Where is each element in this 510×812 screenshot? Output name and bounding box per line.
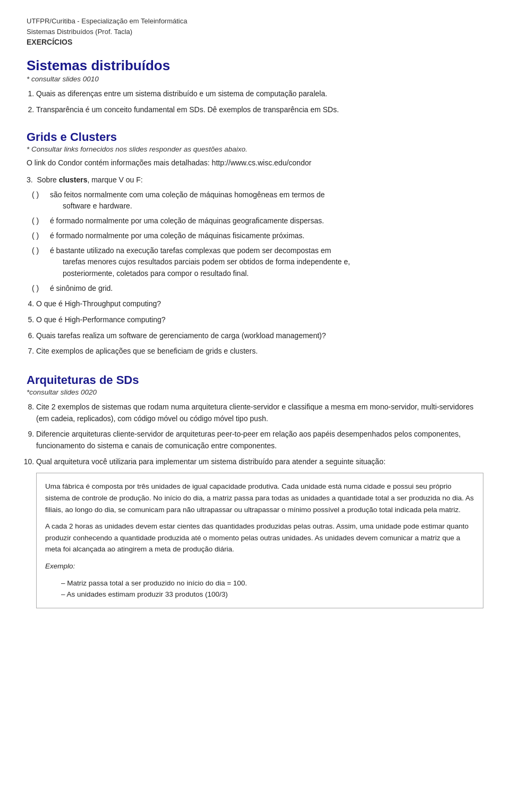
cluster-item-1: ( ) é formado normalmente por uma coleçã… [27,215,483,227]
question-7-text: Cite exemplos de aplicações que se benef… [36,347,258,355]
question-1-text: Quais as diferenças entre um sistema dis… [36,89,327,98]
question-6: Quais tarefas realiza um software de ger… [36,330,483,342]
header-line3: EXERCÍCIOS [27,37,483,48]
cluster-item-2: ( ) é formado normalmente por uma coleçã… [27,230,483,242]
scenario-para2: A cada 2 horas as unidades devem estar c… [45,521,474,555]
question-9: Diferencie arquiteturas cliente-servidor… [36,429,483,451]
section1-questions: Quais as diferenças entre um sistema dis… [36,88,483,115]
section2-title: Grids e Clusters [27,130,483,144]
header: UTFPR/Curitiba - Especialização em Telei… [27,16,483,48]
question-2: Transparência é um conceito fundamental … [36,104,483,116]
paren-1: ( ) [32,215,48,227]
condor-info: O link do Condor contém informações mais… [27,157,483,169]
section3-title: Arquiteturas de SDs [27,373,483,387]
question-4: O que é High-Throughput computing? [36,298,483,310]
condor-text: O link do Condor contém informações mais… [27,158,311,167]
scenario-bullet-0: Matriz passa total a ser produzido no in… [61,577,474,589]
cluster-item-0-text: são feitos normalmente com uma coleção d… [50,190,325,199]
paren-3: ( ) [32,245,48,257]
scenario-bullets: Matriz passa total a ser produzido no in… [61,577,474,600]
section1-note: * consultar slides 0010 [27,75,483,83]
header-line1: UTFPR/Curitiba - Especialização em Telei… [27,16,483,27]
q3-label: Sobre [37,175,58,184]
cluster-item-3-cont2: posteriormente, coletados para compor o … [63,268,483,280]
question-3-block: 3. Sobre clusters, marque V ou F: ( ) sã… [27,174,483,294]
section3-note: *consultar slides 0020 [27,388,483,396]
q3-bold: clusters [59,175,88,184]
section2-note: * Consultar links fornecidos nos slides … [27,145,483,153]
q3-rest: , marque V ou F: [87,175,142,184]
cluster-item-4-text: é sinônimo de grid. [50,284,113,292]
scenario-para1: Uma fábrica é composta por três unidades… [45,481,474,515]
cluster-item-1-text: é formado normalmente por uma coleção de… [50,216,324,225]
paren-4: ( ) [32,283,48,295]
question-8: Cite 2 exemplos de sistemas que rodam nu… [36,401,483,424]
scenario-bullet-1: As unidades estimam produzir 33 produtos… [61,589,474,600]
cluster-item-3-cont: tarefas menores cujos resultados parciai… [63,256,483,268]
example-label-text: Exemplo: [45,562,75,570]
question-8-text: Cite 2 exemplos de sistemas que rodam nu… [36,403,473,423]
cluster-item-0-cont: software e hardware. [63,200,483,212]
question-10: Qual arquitetura você utilizaria para im… [36,456,483,608]
question-5-text: O que é High-Performance computing? [36,315,166,324]
question-5: O que é High-Performance computing? [36,314,483,326]
section1-title: Sistemas distribuídos [27,57,483,74]
paren-0: ( ) [32,189,48,201]
cluster-items: ( ) são feitos normalmente com uma coleç… [27,189,483,295]
scenario-example-label: Exemplo: [45,560,474,572]
paren-2: ( ) [32,230,48,242]
question-2-text: Transparência é um conceito fundamental … [36,105,339,114]
cluster-item-3: ( ) é bastante utilizado na execução tar… [27,245,483,280]
question-9-text: Diferencie arquiteturas cliente-servidor… [36,430,461,450]
scenario-box: Uma fábrica é composta por três unidades… [36,473,483,608]
cluster-item-4: ( ) é sinônimo de grid. [27,283,483,295]
cluster-item-0: ( ) são feitos normalmente com uma coleç… [27,189,483,212]
q3-num: 3. [27,175,33,184]
question-10-text: Qual arquitetura você utilizaria para im… [36,457,386,466]
section3-questions: Cite 2 exemplos de sistemas que rodam nu… [36,401,483,608]
question-3-intro: 3. Sobre clusters, marque V ou F: [27,174,483,186]
cluster-item-3-text: é bastante utilizado na execução tarefas… [50,246,331,255]
cluster-item-2-text: é formado normalmente por uma coleção de… [50,231,304,240]
question-6-text: Quais tarefas realiza um software de ger… [36,331,326,340]
question-4-text: O que é High-Throughput computing? [36,299,161,308]
section2-questions-after: O que é High-Throughput computing? O que… [36,298,483,357]
question-1: Quais as diferenças entre um sistema dis… [36,88,483,100]
header-line2: Sistemas Distribuídos (Prof. Tacla) [27,27,483,37]
question-7: Cite exemplos de aplicações que se benef… [36,346,483,357]
